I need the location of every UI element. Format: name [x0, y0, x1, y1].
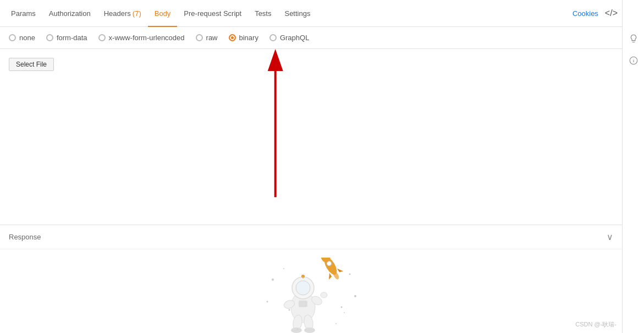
illustration-area [0, 249, 622, 333]
main-content: Params Authorization Headers (7) Body Pr… [0, 0, 622, 333]
svg-point-26 [291, 327, 302, 333]
svg-point-5 [349, 274, 350, 275]
body-type-graphql[interactable]: GraphQL [269, 34, 309, 42]
svg-point-19 [321, 292, 327, 298]
body-type-form-data[interactable]: form-data [46, 34, 87, 42]
tab-prerequest[interactable]: Pre-request Script [177, 0, 248, 27]
svg-point-29 [297, 329, 298, 330]
radio-urlencoded-circle [98, 34, 106, 41]
body-type-raw-label: raw [206, 34, 218, 42]
cookies-button[interactable]: Cookies [573, 9, 598, 18]
svg-point-7 [344, 312, 345, 313]
radio-form-data-circle [46, 34, 53, 41]
arrow-annotation [0, 49, 622, 225]
radio-graphql-circle [269, 34, 277, 41]
body-type-binary-label: binary [239, 34, 258, 42]
svg-point-27 [304, 327, 315, 333]
radio-none-circle [9, 34, 16, 41]
tab-tests[interactable]: Tests [248, 0, 278, 27]
body-type-none-label: none [19, 34, 35, 42]
body-type-binary[interactable]: binary [229, 34, 258, 42]
body-type-form-data-label: form-data [57, 34, 87, 42]
svg-point-30 [340, 307, 342, 308]
arrow-svg [0, 49, 622, 225]
svg-point-31 [335, 323, 337, 324]
body-area: Select File [0, 49, 622, 225]
svg-point-4 [283, 268, 284, 269]
tab-headers[interactable]: Headers (7) [97, 0, 148, 27]
svg-rect-16 [299, 301, 307, 307]
lightbulb-icon[interactable] [628, 33, 639, 44]
svg-point-6 [354, 295, 356, 297]
body-type-none[interactable]: none [9, 34, 35, 42]
response-section: Response ∨ [0, 225, 622, 333]
info-icon[interactable] [628, 55, 639, 66]
watermark: CSDN @-耿瑞- [575, 320, 617, 329]
radio-binary-circle [229, 34, 236, 41]
svg-point-28 [288, 309, 290, 311]
svg-point-21 [296, 281, 310, 295]
body-type-raw[interactable]: raw [196, 34, 218, 42]
svg-marker-13 [337, 266, 343, 273]
astronaut-illustration [256, 258, 366, 333]
body-type-urlencoded[interactable]: x-www-form-urlencoded [98, 34, 185, 42]
radio-raw-circle [196, 34, 203, 41]
code-button[interactable]: </> [605, 8, 618, 18]
tab-authorization[interactable]: Authorization [42, 0, 97, 27]
response-header: Response ∨ [0, 225, 622, 249]
tab-params[interactable]: Params [4, 0, 42, 27]
right-sidebar [622, 0, 644, 333]
headers-badge: (7) [133, 9, 141, 18]
tab-settings[interactable]: Settings [278, 0, 317, 27]
body-type-urlencoded-label: x-www-form-urlencoded [109, 34, 185, 42]
svg-marker-12 [326, 273, 332, 280]
tab-body[interactable]: Body [148, 0, 178, 27]
body-type-graphql-label: GraphQL [280, 34, 309, 42]
response-label: Response [9, 233, 41, 241]
body-type-bar: none form-data x-www-form-urlencoded raw… [0, 27, 622, 49]
response-chevron[interactable]: ∨ [607, 232, 613, 242]
select-file-button[interactable]: Select File [9, 58, 54, 71]
svg-point-3 [266, 301, 268, 303]
svg-point-2 [272, 279, 274, 281]
tab-bar: Params Authorization Headers (7) Body Pr… [0, 0, 622, 27]
